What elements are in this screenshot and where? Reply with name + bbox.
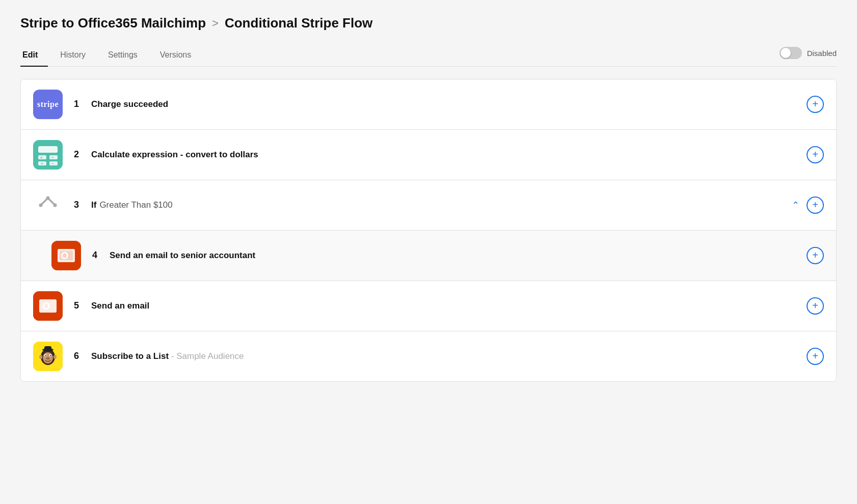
- svg-point-10: [46, 196, 50, 200]
- step-4-actions: +: [807, 247, 824, 264]
- flow-step-5[interactable]: O 5 Send an email +: [21, 281, 836, 331]
- svg-point-11: [39, 203, 43, 207]
- step-6-actions: +: [807, 348, 824, 365]
- svg-point-30: [39, 355, 42, 359]
- svg-point-26: [50, 355, 51, 356]
- step-5-actions: +: [807, 297, 824, 315]
- add-step-1-button[interactable]: +: [807, 96, 824, 113]
- step-subtitle-6: - Sample Audience: [171, 351, 244, 361]
- step-label-6: Subscribe to a List - Sample Audience: [91, 351, 807, 361]
- svg-rect-1: [38, 146, 58, 153]
- flow-step-6[interactable]: 6 Subscribe to a List - Sample Audience …: [21, 331, 836, 381]
- svg-text:÷: ÷: [51, 155, 54, 160]
- toggle-area: Disabled: [780, 47, 837, 64]
- add-step-6-button[interactable]: +: [807, 348, 824, 365]
- flow-container: stripe 1 Charge succeeded + × ÷ + −: [20, 79, 837, 382]
- breadcrumb: Stripe to Office365 Mailchimp > Conditio…: [20, 15, 837, 31]
- flow-step-2[interactable]: × ÷ + − 2 Calculate expression - convert…: [21, 130, 836, 180]
- add-step-4-button[interactable]: +: [807, 247, 824, 264]
- step-3-actions: ⌃ +: [792, 197, 824, 214]
- svg-point-31: [53, 355, 57, 359]
- svg-text:+: +: [41, 161, 43, 166]
- step-num-4: 4: [92, 250, 102, 261]
- step-label-4: Send an email to senior accountant: [110, 250, 807, 261]
- step-1-actions: +: [807, 96, 824, 113]
- step-2-actions: +: [807, 146, 824, 163]
- collapse-chevron[interactable]: ⌃: [792, 200, 799, 211]
- step-num-3: 3: [74, 200, 84, 210]
- step-label-1: Charge succeeded: [91, 99, 807, 109]
- tab-versions[interactable]: Versions: [158, 45, 201, 67]
- svg-text:−: −: [51, 161, 54, 166]
- step-num-2: 2: [74, 149, 84, 160]
- mailchimp-icon: [33, 342, 63, 371]
- svg-point-25: [45, 355, 46, 356]
- branch-icon: [33, 190, 63, 220]
- breadcrumb-parent[interactable]: Stripe to Office365 Mailchimp: [20, 15, 206, 31]
- tab-edit[interactable]: Edit: [20, 45, 48, 67]
- svg-text:O: O: [61, 250, 69, 261]
- svg-rect-29: [44, 346, 51, 350]
- breadcrumb-separator: >: [212, 17, 219, 30]
- step-label-3: IfGreater Than $100: [91, 200, 792, 210]
- step-label-5: Send an email: [91, 301, 807, 311]
- flow-step-4[interactable]: O 4 Send an email to senior accountant +: [21, 231, 836, 281]
- tab-history[interactable]: History: [58, 45, 96, 67]
- if-keyword: If: [91, 200, 96, 210]
- step-num-5: 5: [74, 300, 84, 311]
- add-step-3-button[interactable]: +: [807, 197, 824, 214]
- toggle-label: Disabled: [807, 49, 837, 58]
- step-num-1: 1: [74, 99, 84, 109]
- add-step-5-button[interactable]: +: [807, 297, 824, 315]
- svg-point-27: [46, 357, 50, 359]
- office365-icon-4: O: [51, 241, 81, 270]
- breadcrumb-current: Conditional Stripe Flow: [225, 15, 372, 31]
- tab-settings[interactable]: Settings: [106, 45, 148, 67]
- flow-step-1[interactable]: stripe 1 Charge succeeded +: [21, 79, 836, 130]
- svg-rect-0: [33, 140, 63, 170]
- svg-text:O: O: [42, 300, 50, 312]
- svg-text:×: ×: [40, 155, 43, 160]
- tabs-row: Edit History Settings Versions Disabled: [20, 45, 837, 67]
- step-label-2: Calculate expression - convert to dollar…: [91, 150, 807, 160]
- add-step-2-button[interactable]: +: [807, 146, 824, 163]
- step-num-6: 6: [74, 351, 84, 361]
- if-condition: Greater Than $100: [99, 200, 172, 210]
- calculator-icon: × ÷ + −: [33, 140, 63, 170]
- flow-step-3[interactable]: 3 IfGreater Than $100 ⌃ +: [21, 180, 836, 231]
- stripe-icon: stripe: [33, 90, 63, 119]
- office365-icon-5: O: [33, 291, 63, 321]
- svg-point-12: [53, 203, 57, 207]
- enable-toggle[interactable]: [780, 47, 802, 59]
